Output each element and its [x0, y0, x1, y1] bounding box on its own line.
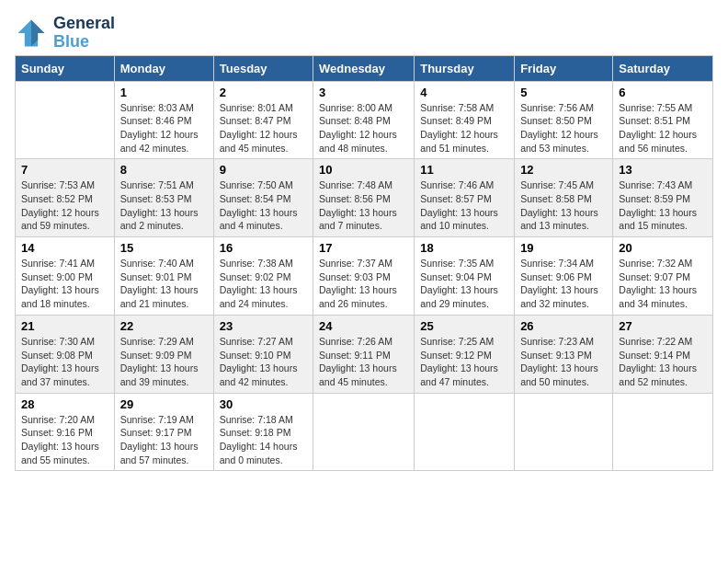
day-cell: 24Sunrise: 7:26 AMSunset: 9:11 PMDayligh… — [313, 315, 415, 393]
day-cell: 9Sunrise: 7:50 AMSunset: 8:54 PMDaylight… — [213, 159, 313, 237]
day-number: 4 — [420, 86, 508, 99]
day-number: 13 — [619, 163, 707, 177]
day-number: 12 — [520, 163, 607, 177]
day-number: 30 — [220, 397, 307, 411]
day-cell: 3Sunrise: 8:00 AMSunset: 8:48 PMDaylight… — [313, 81, 415, 159]
column-header-friday: Friday — [515, 55, 613, 81]
day-number: 24 — [319, 319, 408, 333]
week-row-4: 21Sunrise: 7:30 AMSunset: 9:08 PMDayligh… — [16, 315, 713, 393]
column-header-monday: Monday — [114, 55, 213, 81]
day-info: Sunrise: 7:53 AMSunset: 8:52 PMDaylight:… — [21, 178, 108, 233]
day-cell: 12Sunrise: 7:45 AMSunset: 8:58 PMDayligh… — [515, 159, 613, 237]
day-number: 20 — [619, 241, 707, 255]
day-cell: 29Sunrise: 7:19 AMSunset: 9:17 PMDayligh… — [114, 393, 213, 471]
day-number: 14 — [21, 241, 108, 255]
day-number: 7 — [21, 163, 108, 177]
day-info: Sunrise: 8:01 AMSunset: 8:47 PMDaylight:… — [220, 101, 307, 155]
day-info: Sunrise: 8:00 AMSunset: 8:48 PMDaylight:… — [319, 101, 408, 155]
day-number: 15 — [120, 241, 208, 255]
day-info: Sunrise: 7:56 AMSunset: 8:50 PMDaylight:… — [520, 101, 607, 155]
day-cell: 6Sunrise: 7:55 AMSunset: 8:51 PMDaylight… — [613, 81, 713, 159]
day-number: 11 — [420, 163, 508, 177]
day-info: Sunrise: 7:30 AMSunset: 9:08 PMDaylight:… — [21, 335, 108, 389]
day-info: Sunrise: 7:20 AMSunset: 9:16 PMDaylight:… — [21, 413, 108, 467]
column-header-saturday: Saturday — [613, 55, 713, 81]
logo-text: General Blue — [53, 15, 115, 52]
day-number: 3 — [319, 86, 408, 99]
day-info: Sunrise: 7:19 AMSunset: 9:17 PMDaylight:… — [120, 413, 208, 467]
day-number: 16 — [220, 241, 307, 255]
day-cell: 7Sunrise: 7:53 AMSunset: 8:52 PMDaylight… — [16, 159, 115, 237]
day-number: 28 — [21, 397, 108, 411]
day-number: 1 — [120, 86, 208, 99]
day-cell: 25Sunrise: 7:25 AMSunset: 9:12 PMDayligh… — [415, 315, 515, 393]
day-info: Sunrise: 7:34 AMSunset: 9:06 PMDaylight:… — [520, 257, 607, 311]
day-number: 8 — [120, 163, 208, 177]
page-header: General Blue — [15, 15, 713, 52]
day-info: Sunrise: 7:40 AMSunset: 9:01 PMDaylight:… — [120, 257, 208, 311]
day-cell: 30Sunrise: 7:18 AMSunset: 9:18 PMDayligh… — [213, 393, 313, 471]
day-info: Sunrise: 7:55 AMSunset: 8:51 PMDaylight:… — [619, 101, 707, 155]
day-cell — [415, 393, 515, 471]
day-info: Sunrise: 7:43 AMSunset: 8:59 PMDaylight:… — [619, 178, 707, 233]
day-info: Sunrise: 7:26 AMSunset: 9:11 PMDaylight:… — [319, 335, 408, 389]
day-number: 2 — [220, 86, 307, 99]
day-info: Sunrise: 7:37 AMSunset: 9:03 PMDaylight:… — [319, 257, 408, 311]
day-info: Sunrise: 7:35 AMSunset: 9:04 PMDaylight:… — [420, 257, 508, 311]
day-cell — [613, 393, 713, 471]
day-cell: 19Sunrise: 7:34 AMSunset: 9:06 PMDayligh… — [515, 237, 613, 316]
day-number: 21 — [21, 319, 108, 333]
column-header-sunday: Sunday — [16, 55, 115, 81]
day-info: Sunrise: 7:18 AMSunset: 9:18 PMDaylight:… — [220, 413, 307, 467]
day-info: Sunrise: 7:58 AMSunset: 8:49 PMDaylight:… — [420, 101, 508, 155]
day-info: Sunrise: 7:22 AMSunset: 9:14 PMDaylight:… — [619, 335, 707, 389]
day-cell: 17Sunrise: 7:37 AMSunset: 9:03 PMDayligh… — [313, 237, 415, 316]
day-info: Sunrise: 8:03 AMSunset: 8:46 PMDaylight:… — [120, 101, 208, 155]
day-cell — [313, 393, 415, 471]
day-cell: 22Sunrise: 7:29 AMSunset: 9:09 PMDayligh… — [114, 315, 213, 393]
day-cell: 27Sunrise: 7:22 AMSunset: 9:14 PMDayligh… — [613, 315, 713, 393]
calendar-table: SundayMondayTuesdayWednesdayThursdayFrid… — [15, 55, 713, 472]
day-cell: 20Sunrise: 7:32 AMSunset: 9:07 PMDayligh… — [613, 237, 713, 316]
day-number: 10 — [319, 163, 408, 177]
day-number: 18 — [420, 241, 508, 255]
day-number: 25 — [420, 319, 508, 333]
day-number: 29 — [120, 397, 208, 411]
day-cell: 13Sunrise: 7:43 AMSunset: 8:59 PMDayligh… — [613, 159, 713, 237]
day-cell: 28Sunrise: 7:20 AMSunset: 9:16 PMDayligh… — [16, 393, 115, 471]
day-info: Sunrise: 7:45 AMSunset: 8:58 PMDaylight:… — [520, 178, 607, 233]
day-info: Sunrise: 7:25 AMSunset: 9:12 PMDaylight:… — [420, 335, 508, 389]
day-number: 6 — [619, 86, 707, 99]
day-info: Sunrise: 7:46 AMSunset: 8:57 PMDaylight:… — [420, 178, 508, 233]
logo: General Blue — [15, 15, 115, 52]
day-cell: 26Sunrise: 7:23 AMSunset: 9:13 PMDayligh… — [515, 315, 613, 393]
day-info: Sunrise: 7:51 AMSunset: 8:53 PMDaylight:… — [120, 178, 208, 233]
logo-icon — [15, 17, 48, 50]
day-cell: 18Sunrise: 7:35 AMSunset: 9:04 PMDayligh… — [415, 237, 515, 316]
week-row-1: 1Sunrise: 8:03 AMSunset: 8:46 PMDaylight… — [16, 81, 713, 159]
day-info: Sunrise: 7:27 AMSunset: 9:10 PMDaylight:… — [220, 335, 307, 389]
day-number: 23 — [220, 319, 307, 333]
day-cell: 16Sunrise: 7:38 AMSunset: 9:02 PMDayligh… — [213, 237, 313, 316]
day-number: 22 — [120, 319, 208, 333]
day-info: Sunrise: 7:29 AMSunset: 9:09 PMDaylight:… — [120, 335, 208, 389]
day-cell: 15Sunrise: 7:40 AMSunset: 9:01 PMDayligh… — [114, 237, 213, 316]
column-header-tuesday: Tuesday — [213, 55, 313, 81]
week-row-2: 7Sunrise: 7:53 AMSunset: 8:52 PMDaylight… — [16, 159, 713, 237]
day-cell — [515, 393, 613, 471]
day-cell: 21Sunrise: 7:30 AMSunset: 9:08 PMDayligh… — [16, 315, 115, 393]
day-number: 19 — [520, 241, 607, 255]
day-info: Sunrise: 7:50 AMSunset: 8:54 PMDaylight:… — [220, 178, 307, 233]
day-cell: 4Sunrise: 7:58 AMSunset: 8:49 PMDaylight… — [415, 81, 515, 159]
day-info: Sunrise: 7:38 AMSunset: 9:02 PMDaylight:… — [220, 257, 307, 311]
day-cell — [16, 81, 115, 159]
day-info: Sunrise: 7:32 AMSunset: 9:07 PMDaylight:… — [619, 257, 707, 311]
day-info: Sunrise: 7:48 AMSunset: 8:56 PMDaylight:… — [319, 178, 408, 233]
column-header-thursday: Thursday — [415, 55, 515, 81]
day-cell: 1Sunrise: 8:03 AMSunset: 8:46 PMDaylight… — [114, 81, 213, 159]
day-cell: 23Sunrise: 7:27 AMSunset: 9:10 PMDayligh… — [213, 315, 313, 393]
week-row-5: 28Sunrise: 7:20 AMSunset: 9:16 PMDayligh… — [16, 393, 713, 471]
day-cell: 2Sunrise: 8:01 AMSunset: 8:47 PMDaylight… — [213, 81, 313, 159]
day-cell: 5Sunrise: 7:56 AMSunset: 8:50 PMDaylight… — [515, 81, 613, 159]
day-cell: 10Sunrise: 7:48 AMSunset: 8:56 PMDayligh… — [313, 159, 415, 237]
